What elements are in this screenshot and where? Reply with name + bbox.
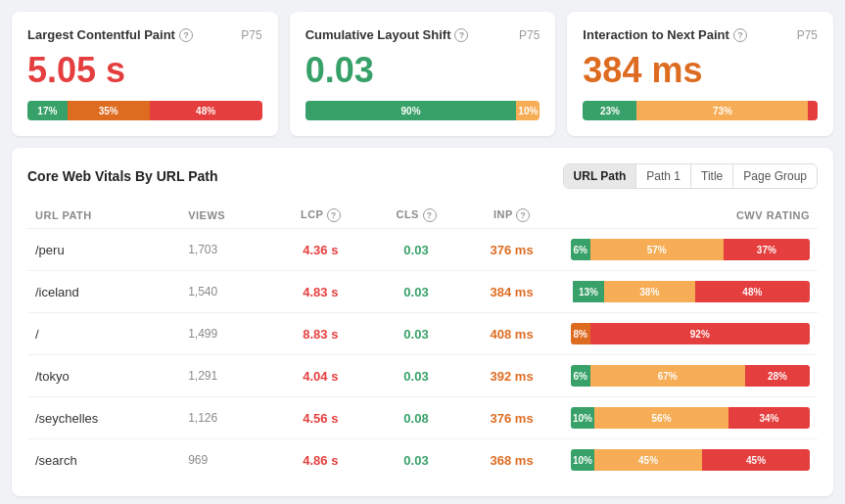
table-row: /tokyo1,2914.04 s0.03392 ms6%67%28% (27, 355, 818, 397)
cwv-segment: 6% (571, 365, 590, 387)
tab-url-path[interactable]: URL Path (564, 164, 637, 188)
card-cls: Cumulative Layout Shift?P750.0390%10% (290, 12, 556, 136)
cwv-rating-bar: 10%45%45% (571, 449, 810, 471)
cell-path: /seychelles (27, 397, 180, 439)
tab-title[interactable]: Title (691, 164, 733, 188)
card-inp: Interaction to Next Paint?P75384 ms23%73… (567, 12, 833, 136)
cell-cwv: 10%45%45% (563, 439, 818, 481)
cell-inp: 392 ms (461, 355, 563, 397)
table-row: /search9694.86 s0.03368 ms10%45%45% (27, 439, 818, 481)
cell-views: 1,703 (180, 229, 269, 271)
bar-segment: 23% (583, 101, 636, 120)
card-cls-help-icon[interactable]: ? (454, 28, 468, 42)
table-row: /peru1,7034.36 s0.03376 ms6%57%37% (27, 229, 818, 271)
card-cls-bar: 90%10% (305, 101, 540, 120)
cwv-rating-bar: 10%56%34% (571, 407, 810, 429)
table-row: /seychelles1,1264.56 s0.08376 ms10%56%34… (27, 397, 818, 439)
card-cls-value: 0.03 (305, 50, 540, 91)
col-header-lcp: LCP ? (269, 203, 371, 229)
bar-segment: 48% (150, 101, 262, 120)
table-row: /1,4998.83 s0.03408 ms8%92% (27, 313, 818, 355)
cell-cls: 0.03 (371, 439, 460, 481)
card-inp-percentile: P75 (797, 28, 818, 42)
main-card-title: Core Web Vitals By URL Path (27, 168, 218, 184)
cell-cwv: 13%38%48% (563, 271, 818, 313)
cell-lcp: 4.86 s (269, 439, 371, 481)
table-body: /peru1,7034.36 s0.03376 ms6%57%37%/icela… (27, 229, 818, 481)
tab-group: URL PathPath 1TitlePage Group (563, 163, 818, 189)
col-header-inp: INP ? (461, 203, 563, 229)
cell-inp: 368 ms (461, 439, 563, 481)
cell-cls: 0.03 (371, 229, 460, 271)
cwv-segment: 8% (571, 323, 590, 344)
cls-help-icon[interactable]: ? (423, 208, 437, 222)
cwv-segment: 67% (590, 365, 745, 387)
table-head: URL PATH VIEWS LCP ? CLS ? INP ? CWV RAT… (27, 203, 818, 229)
cwv-segment: 10% (571, 449, 594, 471)
cell-path: / (27, 313, 180, 355)
cwv-segment: 45% (702, 449, 810, 471)
cell-path: /peru (27, 229, 180, 271)
bar-segment: 35% (68, 101, 150, 120)
cell-lcp: 8.83 s (269, 313, 371, 355)
cell-cwv: 8%92% (563, 313, 818, 355)
main-card-header: Core Web Vitals By URL Path URL PathPath… (27, 163, 818, 189)
card-cls-header: Cumulative Layout Shift?P75 (305, 27, 540, 42)
cell-cls: 0.03 (371, 313, 460, 355)
cell-cls: 0.03 (371, 355, 460, 397)
lcp-help-icon[interactable]: ? (327, 208, 341, 222)
cwv-segment: 10% (571, 407, 594, 429)
card-lcp-bar: 17%35%48% (27, 101, 262, 120)
card-inp-header: Interaction to Next Paint?P75 (583, 27, 818, 42)
cwv-segment: 57% (590, 239, 724, 260)
card-lcp: Largest Contentful Paint?P755.05 s17%35%… (12, 12, 278, 136)
bar-segment (808, 101, 818, 120)
top-cards-section: Largest Contentful Paint?P755.05 s17%35%… (12, 12, 833, 136)
cwv-rating-bar: 8%92% (571, 323, 810, 344)
card-lcp-value: 5.05 s (27, 50, 262, 91)
inp-help-icon[interactable]: ? (516, 208, 530, 222)
cell-views: 1,499 (180, 313, 269, 355)
col-header-cls: CLS ? (371, 203, 460, 229)
card-lcp-title: Largest Contentful Paint? (27, 27, 193, 42)
cell-lcp: 4.36 s (269, 229, 371, 271)
bar-segment: 73% (636, 101, 808, 120)
cell-inp: 376 ms (461, 229, 563, 271)
tab-page-group[interactable]: Page Group (733, 164, 817, 188)
card-inp-bar: 23%73% (583, 101, 818, 120)
cwv-segment: 34% (728, 407, 810, 429)
card-inp-help-icon[interactable]: ? (733, 28, 747, 42)
col-header-path: URL PATH (27, 203, 180, 229)
cwv-rating-bar: 13%38%48% (571, 281, 810, 302)
cwv-table: URL PATH VIEWS LCP ? CLS ? INP ? CWV RAT… (27, 203, 818, 481)
table-row: /iceland1,5404.83 s0.03384 ms13%38%48% (27, 271, 818, 313)
cell-path: /search (27, 439, 180, 481)
cell-cwv: 6%67%28% (563, 355, 818, 397)
cell-views: 1,291 (180, 355, 269, 397)
cell-inp: 376 ms (461, 397, 563, 439)
cell-lcp: 4.04 s (269, 355, 371, 397)
cell-views: 1,540 (180, 271, 269, 313)
cell-lcp: 4.83 s (269, 271, 371, 313)
col-header-cwv: CWV RATING (563, 203, 818, 229)
cell-lcp: 4.56 s (269, 397, 371, 439)
cwv-segment: 6% (571, 239, 590, 260)
card-cls-title: Cumulative Layout Shift? (305, 27, 469, 42)
bar-segment: 17% (27, 101, 68, 120)
card-lcp-header: Largest Contentful Paint?P75 (27, 27, 262, 42)
card-lcp-help-icon[interactable]: ? (179, 28, 193, 42)
cwv-segment: 45% (594, 449, 702, 471)
cwv-segment: 38% (604, 281, 695, 302)
cwv-rating-bar: 6%67%28% (571, 365, 810, 387)
cell-path: /iceland (27, 271, 180, 313)
cwv-segment: 48% (695, 281, 810, 302)
card-lcp-percentile: P75 (241, 28, 261, 42)
cell-cwv: 6%57%37% (563, 229, 818, 271)
cell-inp: 384 ms (461, 271, 563, 313)
cell-cls: 0.08 (371, 397, 460, 439)
cell-path: /tokyo (27, 355, 180, 397)
bar-segment: 10% (516, 101, 540, 120)
cell-inp: 408 ms (461, 313, 563, 355)
tab-path1[interactable]: Path 1 (636, 164, 691, 188)
cell-views: 969 (180, 439, 269, 481)
